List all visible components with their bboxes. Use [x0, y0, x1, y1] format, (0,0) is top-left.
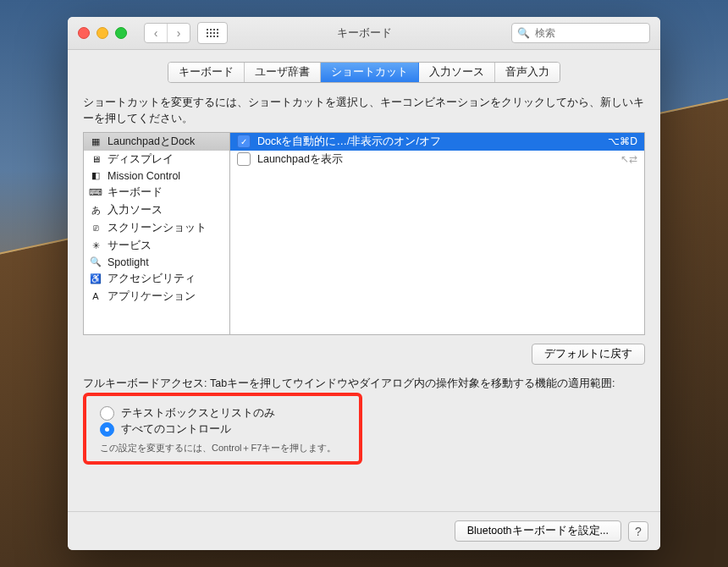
sidebar-item-3[interactable]: ⌨キーボード	[84, 184, 229, 201]
tab-2[interactable]: ショートカット	[321, 63, 419, 82]
instruction-text: ショートカットを変更するには、ショートカットを選択し、キーコンビネーションをクリ…	[83, 95, 645, 127]
nav-buttons: ‹ ›	[144, 23, 190, 43]
radio-icon	[100, 422, 114, 437]
restore-defaults: デフォルトに戻す	[532, 344, 645, 365]
shortcut-label: Dockを自動的に…/非表示のオン/オフ	[257, 135, 608, 149]
sidebar-item-label: アクセシビリティ	[108, 272, 196, 286]
restore-defaults-button[interactable]: デフォルトに戻す	[532, 344, 645, 365]
shortcut-checkbox[interactable]: ✓	[237, 135, 251, 148]
tab-1[interactable]: ユーザ辞書	[245, 63, 321, 82]
sidebar-item-label: LaunchpadとDock	[108, 135, 195, 149]
sidebar-item-4[interactable]: あ入力ソース	[84, 201, 229, 219]
sidebar-item-label: Mission Control	[108, 170, 180, 182]
shortcut-list[interactable]: ✓Dockを自動的に…/非表示のオン/オフ⌥⌘DLaunchpadを表示↖⇄	[230, 132, 645, 335]
screenshot-icon: ⎚	[89, 222, 102, 234]
sidebar-item-label: Spotlight	[108, 256, 149, 268]
search-field[interactable]: 🔍	[511, 23, 650, 43]
sidebar-item-label: スクリーンショット	[108, 221, 207, 235]
shortcut-keys[interactable]: ⌥⌘D	[608, 135, 637, 147]
sidebar-item-label: 入力ソース	[108, 203, 163, 217]
keyboard-icon: ⌨	[89, 186, 102, 198]
full-keyboard-heading: フルキーボードアクセス: Tabキーを押してウインドウやダイアログ内の操作対象を…	[83, 377, 645, 391]
radio-text-only[interactable]: テキストボックスとリストのみ	[100, 406, 345, 421]
sidebar-item-label: サービス	[108, 239, 152, 253]
tab-0[interactable]: キーボード	[168, 63, 245, 82]
content: キーボードユーザ辞書ショートカット入力ソース音声入力 ショートカットを変更するに…	[68, 50, 660, 511]
sidebar-item-7[interactable]: 🔍Spotlight	[84, 255, 229, 270]
tab-4[interactable]: 音声入力	[495, 63, 560, 82]
input-source-icon: あ	[89, 204, 102, 216]
spotlight-icon: 🔍	[89, 256, 102, 268]
launchpad-icon: ▦	[89, 135, 102, 147]
footer: Bluetoothキーボードを設定... ?	[68, 511, 660, 550]
shortcut-row-1[interactable]: Launchpadを表示↖⇄	[230, 151, 644, 168]
sidebar-item-1[interactable]: 🖥ディスプレイ	[84, 151, 229, 168]
zoom-button[interactable]	[115, 27, 127, 39]
display-icon: 🖥	[89, 153, 102, 165]
full-keyboard-hint: この設定を変更するには、Control＋F7キーを押します。	[100, 442, 345, 454]
shortcut-keys[interactable]: ↖⇄	[620, 153, 637, 165]
search-input[interactable]	[533, 26, 644, 40]
tab-3[interactable]: 入力ソース	[419, 63, 495, 82]
window-title: キーボード	[337, 25, 392, 41]
sidebar-item-label: アプリケーション	[108, 289, 196, 304]
show-all-button[interactable]	[197, 22, 228, 44]
sidebar-item-2[interactable]: ◧Mission Control	[84, 168, 229, 184]
sidebar-item-label: キーボード	[108, 185, 163, 200]
full-keyboard-access: フルキーボードアクセス: Tabキーを押してウインドウやダイアログ内の操作対象を…	[83, 377, 645, 465]
sidebar-item-label: ディスプレイ	[108, 152, 174, 167]
radio-label: すべてのコントロール	[121, 422, 231, 437]
minimize-button[interactable]	[97, 27, 108, 39]
highlight-annotation: テキストボックスとリストのみ すべてのコントロール この設定を変更するには、Co…	[83, 393, 362, 465]
help-icon: ?	[635, 525, 642, 538]
search-icon: 🔍	[517, 27, 530, 39]
sidebar-item-0[interactable]: ▦LaunchpadとDock	[84, 133, 229, 151]
application-icon: A	[89, 290, 102, 302]
titlebar: ‹ › キーボード 🔍	[68, 17, 660, 50]
mission-control-icon: ◧	[89, 170, 102, 182]
services-icon: ✳	[89, 239, 102, 251]
radio-all-controls[interactable]: すべてのコントロール	[100, 422, 345, 437]
shortcut-label: Launchpadを表示	[257, 152, 620, 167]
help-button[interactable]: ?	[628, 521, 648, 542]
tabs: キーボードユーザ辞書ショートカット入力ソース音声入力	[168, 62, 560, 83]
bluetooth-keyboard-button[interactable]: Bluetoothキーボードを設定...	[455, 520, 621, 542]
sidebar-item-6[interactable]: ✳サービス	[84, 237, 229, 255]
lists: ▦LaunchpadとDock🖥ディスプレイ◧Mission Control⌨キ…	[83, 132, 645, 335]
sidebar-item-5[interactable]: ⎚スクリーンショット	[84, 219, 229, 237]
radio-icon	[100, 406, 114, 421]
shortcut-checkbox[interactable]	[237, 152, 251, 166]
sidebar-item-8[interactable]: ♿アクセシビリティ	[84, 270, 229, 288]
chevron-left-icon: ‹	[154, 26, 158, 40]
forward-button[interactable]: ›	[167, 24, 190, 42]
close-button[interactable]	[78, 27, 90, 39]
preferences-window: ‹ › キーボード 🔍 キーボードユーザ辞書ショートカット入力ソース音声入力 シ…	[68, 17, 660, 550]
traffic-lights	[68, 27, 127, 39]
back-button[interactable]: ‹	[145, 24, 167, 42]
sidebar-item-9[interactable]: Aアプリケーション	[84, 288, 229, 306]
category-list[interactable]: ▦LaunchpadとDock🖥ディスプレイ◧Mission Control⌨キ…	[83, 132, 230, 335]
grid-icon	[207, 29, 218, 37]
radio-label: テキストボックスとリストのみ	[121, 406, 275, 421]
accessibility-icon: ♿	[89, 272, 102, 284]
chevron-right-icon: ›	[177, 26, 181, 40]
shortcut-row-0[interactable]: ✓Dockを自動的に…/非表示のオン/オフ⌥⌘D	[230, 133, 644, 151]
